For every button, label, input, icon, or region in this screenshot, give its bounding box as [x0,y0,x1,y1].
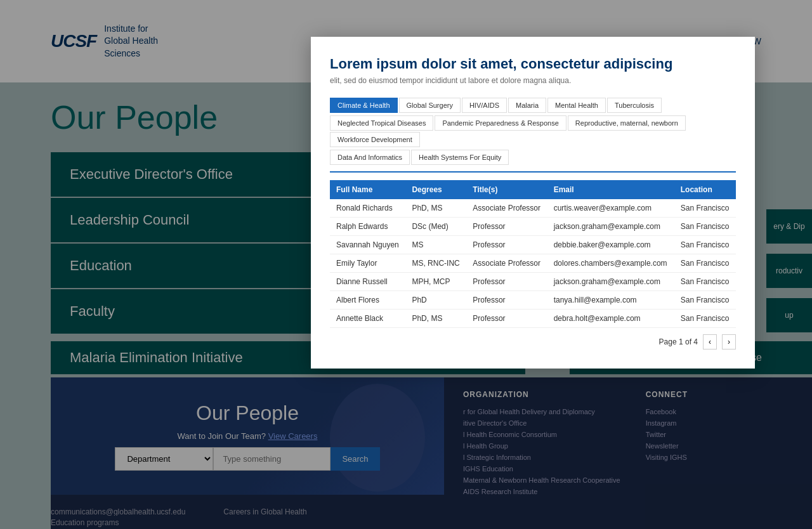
tab-health-systems[interactable]: Health Systems For Equity [411,150,509,165]
cell-name: Ralph Edwards [330,218,405,236]
cell-title: Professor [466,218,547,236]
cell-degrees: PhD [405,291,466,310]
modal-subtitle: elit, sed do eiusmod tempor incididunt u… [330,76,736,85]
tab-neglected-tropical[interactable]: Neglected Tropical Diseases [330,115,433,131]
cell-name: Dianne Russell [330,273,405,291]
filter-tabs-row2: Neglected Tropical Diseases Pandemic Pre… [330,115,736,147]
cell-email: dolores.chambers@example.com [547,254,674,273]
people-table: Full Name Degrees Title(s) Email Locatio… [330,180,736,328]
cell-location: San Francisco [674,273,736,291]
cell-degrees: PhD, MS [405,310,466,328]
next-page-button[interactable]: › [722,334,736,349]
cell-location: San Francisco [674,291,736,310]
col-title: Title(s) [466,180,547,199]
cell-email: curtis.weaver@example.com [547,199,674,218]
cell-degrees: MPH, MCP [405,273,466,291]
tab-tuberculosis[interactable]: Tuberculosis [607,98,662,113]
cell-email: jackson.graham@example.com [547,273,674,291]
table-row[interactable]: Albert Flores PhD Professor tanya.hill@e… [330,291,736,310]
modal: Lorem ipsum dolor sit amet, consectetur … [311,37,755,369]
table-header: Full Name Degrees Title(s) Email Locatio… [330,180,736,199]
table-row[interactable]: Annette Black PhD, MS Professor debra.ho… [330,310,736,328]
cell-title: Professor [466,273,547,291]
cell-degrees: MS [405,236,466,254]
cell-email: debbie.baker@example.com [547,236,674,254]
col-email: Email [547,180,674,199]
table-row[interactable]: Dianne Russell MPH, MCP Professor jackso… [330,273,736,291]
cell-title: Professor [466,291,547,310]
cell-email: tanya.hill@example.com [547,291,674,310]
tab-hiv-aids[interactable]: HIV/AIDS [462,98,507,113]
table-row[interactable]: Ronald Richards PhD, MS Associate Profes… [330,199,736,218]
cell-degrees: DSc (Med) [405,218,466,236]
cell-email: jackson.graham@example.com [547,218,674,236]
cell-location: San Francisco [674,236,736,254]
cell-degrees: PhD, MS [405,199,466,218]
prev-page-button[interactable]: ‹ [703,334,717,349]
cell-email: debra.holt@example.com [547,310,674,328]
page-info: Page 1 of 4 [659,337,698,346]
table-row[interactable]: Emily Taylor MS, RNC-INC Associate Profe… [330,254,736,273]
filter-tabs-row1: Climate & Health Global Surgery HIV/AIDS… [330,98,736,113]
tab-global-surgery[interactable]: Global Surgery [399,98,461,113]
tab-reproductive[interactable]: Reproductive, maternal, newborn [568,115,686,131]
cell-degrees: MS, RNC-INC [405,254,466,273]
cell-title: Professor [466,310,547,328]
cell-title: Professor [466,236,547,254]
col-location: Location [674,180,736,199]
cell-name: Emily Taylor [330,254,405,273]
tab-malaria[interactable]: Malaria [508,98,546,113]
cell-name: Albert Flores [330,291,405,310]
modal-title: Lorem ipsum dolor sit amet, consectetur … [330,56,736,72]
cell-name: Ronald Richards [330,199,405,218]
table-row[interactable]: Ralph Edwards DSc (Med) Professor jackso… [330,218,736,236]
filter-tabs-row3: Data And Informatics Health Systems For … [330,150,736,173]
table-row[interactable]: Savannah Nguyen MS Professor debbie.bake… [330,236,736,254]
cell-location: San Francisco [674,218,736,236]
cell-location: San Francisco [674,310,736,328]
col-degrees: Degrees [405,180,466,199]
tab-workforce[interactable]: Workforce Development [330,132,420,147]
tab-climate-health[interactable]: Climate & Health [330,98,398,113]
cell-title: Associate Professor [466,199,547,218]
cell-location: San Francisco [674,199,736,218]
tab-data-informatics[interactable]: Data And Informatics [330,150,410,165]
tab-pandemic[interactable]: Pandemic Preparedness & Response [435,115,566,131]
table-body: Ronald Richards PhD, MS Associate Profes… [330,199,736,328]
cell-location: San Francisco [674,254,736,273]
cell-name: Savannah Nguyen [330,236,405,254]
pagination: Page 1 of 4 ‹ › [330,334,736,349]
cell-name: Annette Black [330,310,405,328]
col-name: Full Name [330,180,405,199]
cell-title: Associate Professor [466,254,547,273]
tab-mental-health[interactable]: Mental Health [547,98,606,113]
